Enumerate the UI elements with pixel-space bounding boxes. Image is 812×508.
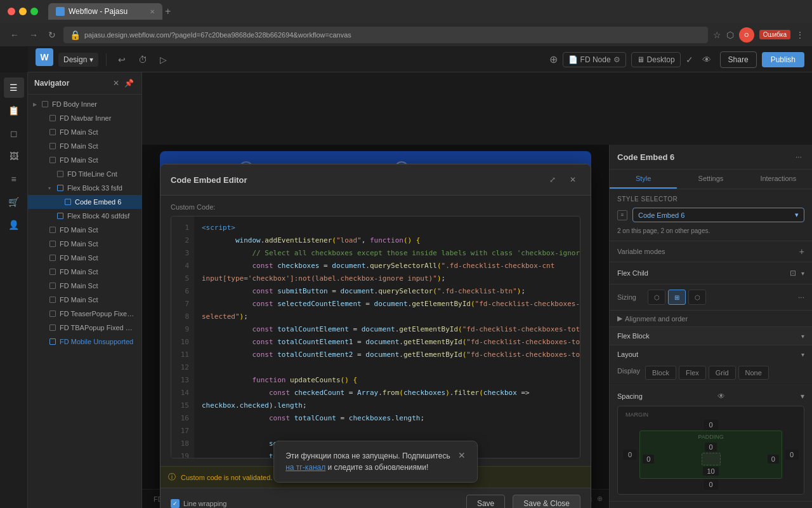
user-avatar[interactable]: О	[739, 27, 754, 43]
history-icon[interactable]: ⏱	[134, 52, 151, 67]
tree-item-fd-main-sct-7[interactable]: FD Main Sct	[28, 265, 141, 279]
undo-icon[interactable]: ↩	[114, 52, 129, 67]
tab-settings[interactable]: Settings	[677, 170, 744, 189]
padding-left-field[interactable]: 0	[643, 455, 654, 464]
code-line-13: function updateCounts() {	[194, 374, 580, 387]
globe-icon[interactable]: ⊕	[549, 53, 558, 65]
alignment-order-link[interactable]: ▶ Alignment and order	[610, 311, 812, 327]
extensions-icon[interactable]: ⬡	[726, 30, 734, 40]
sizing-shrink-icon[interactable]: ⬡	[648, 290, 665, 305]
tree-item-fd-main-sct-3[interactable]: FD Main Sct	[28, 153, 141, 167]
dropdown-arrow-icon: ▾	[89, 55, 93, 64]
sizing-grow-icon[interactable]: ⬡	[688, 290, 706, 305]
margin-top-field[interactable]: 0	[704, 420, 717, 430]
navigator-icon[interactable]: ☰	[4, 77, 24, 98]
margin-bottom-field[interactable]: 0	[704, 479, 717, 490]
layout-none-btn[interactable]: None	[738, 366, 769, 380]
margin-left-field[interactable]: 0	[623, 450, 637, 460]
inherit-text: 2 on this page, 2 on other pages.	[617, 227, 804, 234]
save-close-button[interactable]: Save & Close	[513, 495, 580, 508]
tree-item-fd-main-sct-6[interactable]: FD Main Sct	[28, 251, 141, 265]
tree-item-fd-main-sct-1[interactable]: FD Main Sct	[28, 125, 141, 139]
flex-block-toggle-icon[interactable]: ▾	[801, 333, 804, 340]
add-variable-mode-icon[interactable]: +	[799, 246, 804, 257]
padding-right-field[interactable]: 0	[768, 455, 779, 464]
tree-item-fd-main-sct-9[interactable]: FD Main Sct	[28, 293, 141, 307]
tree-item-fd-main-sct-2[interactable]: FD Main Sct	[28, 139, 141, 153]
tab-close-button[interactable]: ✕	[150, 8, 155, 15]
code-content[interactable]: <script> window.addEventListener("load",…	[194, 217, 580, 458]
tree-item-flex-block-40[interactable]: Flex Block 40 sdfdsf	[28, 209, 141, 223]
sizing-fixed-icon[interactable]: ⊞	[668, 290, 686, 305]
toast-link[interactable]: на тг-канал	[285, 463, 325, 472]
margin-right-field[interactable]: 0	[785, 450, 799, 460]
code-editor-inner[interactable]: 1 2 3 4 5 6 7 8 9 10 11	[171, 217, 580, 458]
spacing-eye-icon[interactable]: 👁	[717, 392, 725, 401]
fd-node-button[interactable]: 📄 FD Node ⚙	[563, 52, 626, 67]
navigator-close-icon[interactable]: ✕	[112, 77, 121, 89]
layout-block-btn[interactable]: Block	[645, 366, 676, 380]
url-bar[interactable]: 🔒 pajasu.design.webflow.com/?pageId=67c2…	[63, 27, 708, 43]
tree-item-fd-tba-popup[interactable]: FD TBAPopup Fixed Bott	[28, 321, 141, 335]
bookmark-icon[interactable]: ☆	[713, 30, 721, 40]
tree-arrow-icon: ▶	[33, 102, 41, 107]
tree-item-fd-main-sct-5[interactable]: FD Main Sct	[28, 237, 141, 251]
tree-item-code-embed-6[interactable]: Code Embed 6	[28, 195, 141, 209]
play-icon[interactable]: ▷	[156, 52, 171, 67]
tree-item-fd-navbar-inner[interactable]: FD Navbar Inner	[28, 111, 141, 125]
toast-close-icon[interactable]: ✕	[458, 450, 466, 460]
sizing-more-icon[interactable]: ···	[798, 293, 804, 302]
tree-item-fd-body-inner[interactable]: ▶ FD Body Inner	[28, 97, 141, 111]
eye-icon[interactable]: 👁	[698, 52, 715, 67]
code-editor[interactable]: 1 2 3 4 5 6 7 8 9 10 11	[171, 216, 580, 458]
refresh-button[interactable]: ↻	[46, 27, 58, 43]
tree-item-fd-titleline-cnt[interactable]: FD TitleLine Cnt	[28, 167, 141, 181]
layout-flex-btn[interactable]: Flex	[679, 366, 706, 380]
tree-item-flex-block-33[interactable]: ▾ Flex Block 33 fsfd	[28, 181, 141, 195]
minimize-button[interactable]	[19, 8, 27, 15]
forward-button[interactable]: →	[27, 27, 41, 43]
layout-grid-btn[interactable]: Grid	[709, 366, 736, 380]
spacing-toggle-icon[interactable]: ▾	[801, 392, 804, 401]
back-button[interactable]: ←	[8, 27, 22, 43]
maximize-button[interactable]	[30, 8, 38, 15]
expand-icon[interactable]: ⤢	[545, 172, 560, 187]
tree-item-fd-main-sct-4[interactable]: FD Main Sct	[28, 223, 141, 237]
flex-child-section-header: Flex Child ⊡ ▾	[610, 262, 812, 284]
flex-child-toggle-icon[interactable]: ▾	[801, 270, 804, 277]
design-mode-dropdown[interactable]: Design ▾	[58, 53, 98, 67]
menu-icon[interactable]: ⋮	[796, 30, 804, 40]
margin-top-value[interactable]: 0	[623, 420, 799, 429]
assets-icon[interactable]: 🖼	[4, 146, 24, 166]
pages-icon[interactable]: 📋	[4, 100, 24, 121]
ecommerce-icon[interactable]: 🛒	[4, 192, 24, 212]
padding-bottom-field[interactable]: 10	[703, 467, 718, 476]
navigator-panel: Navigator ✕ 📌 ▶ FD Body Inner FD Navbar …	[28, 72, 142, 508]
close-icon[interactable]: ✕	[565, 172, 580, 187]
desktop-button[interactable]: 🖥 Desktop	[631, 52, 681, 67]
flex-child-more-icon[interactable]: ⊡	[789, 267, 797, 279]
rp-more-icon[interactable]: ···	[793, 151, 804, 163]
tree-item-fd-teaser-popup[interactable]: FD TeaserPopup Fixed B	[28, 307, 141, 321]
save-button[interactable]: Save	[466, 495, 505, 508]
layout-toggle-icon[interactable]: ▾	[801, 351, 804, 358]
browser-tab[interactable]: Webflow - Pajasu ✕	[48, 3, 162, 20]
tree-item-fd-mobile-unsupported[interactable]: FD Mobile Unsupported	[28, 335, 141, 349]
line-wrap-checkbox[interactable]: ✓ Line wrapping	[171, 499, 227, 508]
fd-node-settings-icon[interactable]: ⚙	[613, 55, 620, 64]
padding-top-field[interactable]: 0	[705, 443, 716, 451]
share-button[interactable]: Share	[720, 51, 757, 68]
new-tab-button[interactable]: +	[165, 6, 171, 17]
close-button[interactable]	[8, 8, 15, 15]
cms-icon[interactable]: ≡	[4, 169, 24, 189]
users-icon[interactable]: 👤	[4, 215, 24, 235]
style-selector-dropdown[interactable]: Code Embed 6 ▾	[632, 208, 804, 222]
code-line-12	[194, 361, 580, 374]
tab-style[interactable]: Style	[610, 170, 677, 189]
tab-interactions[interactable]: Interactions	[745, 170, 812, 189]
tree-item-icon	[48, 295, 57, 304]
components-icon[interactable]: ◻	[4, 123, 24, 144]
publish-button[interactable]: Publish	[762, 52, 804, 67]
tree-item-fd-main-sct-8[interactable]: FD Main Sct	[28, 279, 141, 293]
navigator-pin-icon[interactable]: 📌	[123, 77, 135, 89]
